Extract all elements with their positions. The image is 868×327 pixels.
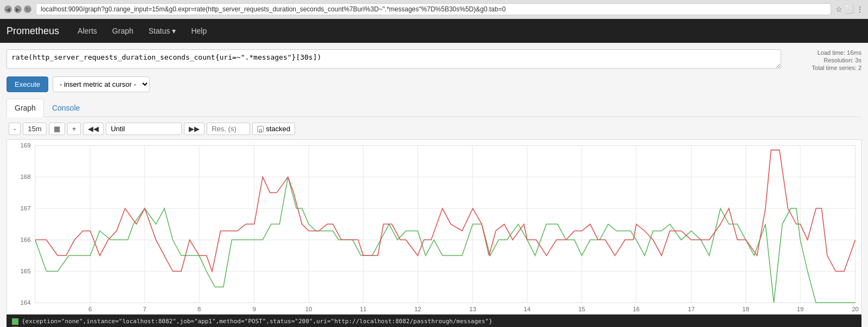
nav-status[interactable]: Status xyxy=(141,20,184,42)
stacked-label: stacked xyxy=(266,125,290,133)
legend: {exception="none",instance="localhost:80… xyxy=(7,315,861,327)
stacked-checkbox-icon: ○ xyxy=(257,126,264,132)
browser-nav-buttons: ◀ ▶ ↻ xyxy=(4,5,31,13)
navbar-nav: Alerts Graph Status Help xyxy=(70,20,214,42)
next-time-button[interactable]: ▶▶ xyxy=(184,123,205,135)
menu-icon[interactable]: ⋮ xyxy=(856,5,864,14)
legend-label-green: {exception="none",instance="localhost:80… xyxy=(22,318,493,325)
svg-text:14: 14 xyxy=(524,306,531,312)
svg-text:19: 19 xyxy=(797,306,804,312)
chart-svg: 169 168 167 166 165 164 6 7 8 9 10 11 12… xyxy=(7,140,861,314)
stacked-button[interactable]: ○ stacked xyxy=(252,123,295,135)
svg-text:17: 17 xyxy=(688,306,695,312)
svg-text:20: 20 xyxy=(852,306,859,312)
svg-text:169: 169 xyxy=(21,142,31,149)
tab-console[interactable]: Console xyxy=(44,99,88,117)
execute-row: Execute - insert metric at cursor - xyxy=(7,76,861,92)
tab-bar: Graph Console xyxy=(7,99,861,117)
svg-text:168: 168 xyxy=(21,174,31,180)
extensions-icon[interactable]: ⬜ xyxy=(845,5,854,14)
svg-text:7: 7 xyxy=(143,306,146,312)
until-input[interactable] xyxy=(106,123,182,135)
legend-item-green: {exception="none",instance="localhost:80… xyxy=(12,318,856,325)
time-range-display: 15m xyxy=(23,123,46,135)
svg-text:12: 12 xyxy=(414,306,422,312)
load-time: Load time: 16ms xyxy=(786,49,861,56)
resolution: Resolution: 3s xyxy=(786,57,861,63)
query-input[interactable]: rate(http_server_requests_duration_secon… xyxy=(7,49,781,69)
svg-text:164: 164 xyxy=(21,299,31,306)
svg-text:16: 16 xyxy=(633,306,640,312)
navbar-brand[interactable]: Prometheus xyxy=(7,25,59,37)
svg-text:6: 6 xyxy=(88,306,92,312)
svg-text:11: 11 xyxy=(360,306,367,312)
svg-text:10: 10 xyxy=(305,306,312,312)
svg-text:8: 8 xyxy=(197,306,201,312)
nav-graph[interactable]: Graph xyxy=(105,20,141,42)
resolution-input[interactable] xyxy=(207,123,250,135)
nav-alerts[interactable]: Alerts xyxy=(70,20,105,42)
query-meta: Load time: 16ms Resolution: 3s Total tim… xyxy=(786,49,861,72)
svg-text:18: 18 xyxy=(742,306,749,312)
nav-help[interactable]: Help xyxy=(183,20,214,42)
calendar-button[interactable]: ▦ xyxy=(49,123,65,135)
metric-select[interactable]: - insert metric at cursor - xyxy=(53,76,150,92)
execute-button[interactable]: Execute xyxy=(7,76,48,92)
zoom-in-button[interactable]: + xyxy=(67,123,81,135)
query-input-wrap: rate(http_server_requests_duration_secon… xyxy=(7,49,781,70)
svg-text:9: 9 xyxy=(252,306,256,312)
address-bar[interactable]: localhost:9090/graph?g0.range_input=15m&… xyxy=(36,3,831,15)
browser-actions: ☆ ⬜ ⋮ xyxy=(835,5,864,14)
browser-toolbar: ◀ ▶ ↻ localhost:9090/graph?g0.range_inpu… xyxy=(0,0,868,18)
zoom-out-button[interactable]: - xyxy=(9,123,21,135)
prev-time-button[interactable]: ◀◀ xyxy=(83,123,104,135)
svg-text:166: 166 xyxy=(21,236,31,243)
back-button[interactable]: ◀ xyxy=(4,5,12,13)
svg-text:15: 15 xyxy=(578,306,585,312)
tab-graph[interactable]: Graph xyxy=(7,99,44,117)
query-row: rate(http_server_requests_duration_secon… xyxy=(7,49,861,72)
forward-button[interactable]: ▶ xyxy=(14,5,22,13)
total-series: Total time series: 2 xyxy=(786,65,861,71)
main-content: rate(http_server_requests_duration_secon… xyxy=(0,43,868,327)
svg-text:13: 13 xyxy=(469,306,476,312)
legend-color-green xyxy=(12,318,18,325)
chart-container: 169 168 167 166 165 164 6 7 8 9 10 11 12… xyxy=(7,139,861,315)
bookmark-icon[interactable]: ☆ xyxy=(835,5,843,14)
svg-text:165: 165 xyxy=(21,268,31,274)
svg-text:167: 167 xyxy=(21,205,31,211)
navbar: Prometheus Alerts Graph Status Help xyxy=(0,19,868,43)
reload-button[interactable]: ↻ xyxy=(24,5,31,13)
graph-controls: - 15m ▦ + ◀◀ ▶▶ ○ stacked xyxy=(7,123,861,135)
